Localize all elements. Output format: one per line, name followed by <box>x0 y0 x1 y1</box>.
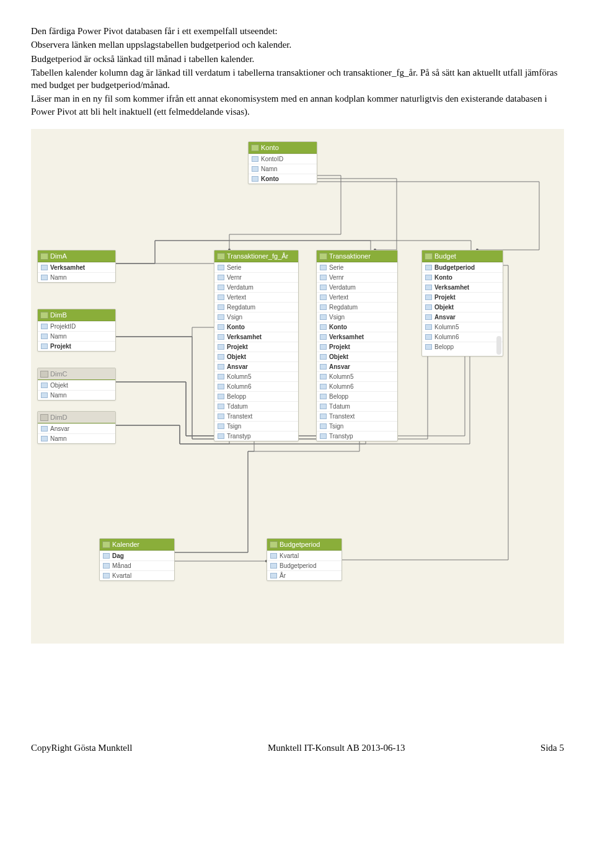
field: Namn <box>38 331 115 341</box>
field: Transtext <box>317 411 397 421</box>
para-3: Budgetperiod är också länkad till månad … <box>31 53 564 65</box>
table-dimd[interactable]: DimD Ansvar Namn <box>37 411 116 444</box>
table-header: DimB <box>38 309 115 321</box>
field: Verksamhet <box>317 332 397 342</box>
field: Transtyp <box>214 431 298 441</box>
para-1: Den färdiga Power Pivot databasen får i … <box>31 25 564 37</box>
field: Objekt <box>214 352 298 361</box>
table-dimc[interactable]: DimC Objekt Namn <box>37 368 116 401</box>
field: Namn <box>249 164 317 174</box>
para-4: Tabellen kalender kolumn dag är länkad t… <box>31 66 564 92</box>
field: Vertext <box>214 292 298 302</box>
field: Vernr <box>214 272 298 282</box>
field: Tdatum <box>214 401 298 411</box>
field: Dag <box>100 551 174 560</box>
field: Verksamhet <box>214 332 298 342</box>
table-budgetperiod[interactable]: Budgetperiod Kvartal Budgetperiod År <box>267 538 342 581</box>
table-header: DimA <box>38 250 115 262</box>
field: Kolumn6 <box>214 381 298 391</box>
field: Transtext <box>214 411 298 421</box>
para-5: Läser man in en ny fil som kommer ifrån … <box>31 92 564 118</box>
field: Verdatum <box>214 282 298 292</box>
field: Regdatum <box>214 302 298 312</box>
body-text: Den färdiga Power Pivot databasen får i … <box>31 25 564 118</box>
footer-right: Sida 5 <box>540 743 564 753</box>
field: Månad <box>100 560 174 570</box>
field: Serie <box>317 262 397 272</box>
field: Budgetperiod <box>422 262 503 272</box>
table-dima[interactable]: DimA Verksamhet Namn <box>37 250 116 283</box>
table-header: Konto <box>249 142 317 154</box>
field: Namn <box>38 272 115 282</box>
field: KontoID <box>249 154 317 164</box>
field: Konto <box>214 322 298 332</box>
field: Objekt <box>317 352 397 361</box>
field: Transtyp <box>317 431 397 441</box>
field: Kvartal <box>100 570 174 580</box>
table-transaktioner-fg-ar[interactable]: Transaktioner_fg_År Serie Vernr Verdatum… <box>214 250 299 441</box>
footer-left: CopyRight Gösta Munktell <box>31 743 132 753</box>
field: Konto <box>249 174 317 184</box>
field: Vsign <box>214 312 298 322</box>
field: Projekt <box>317 342 397 352</box>
field: Belopp <box>422 342 503 352</box>
field: Tsign <box>317 421 397 431</box>
field: Namn <box>38 390 115 400</box>
field: Budgetperiod <box>267 560 342 570</box>
scrollbar-icon[interactable] <box>496 336 501 355</box>
field: Kolumn5 <box>214 371 298 381</box>
table-header: Budgetperiod <box>267 539 342 551</box>
field: Projekt <box>38 341 115 351</box>
field: Regdatum <box>317 302 397 312</box>
table-kalender[interactable]: Kalender Dag Månad Kvartal <box>99 538 175 581</box>
table-header: Kalender <box>100 539 174 551</box>
field: Projekt <box>422 292 503 302</box>
field: Objekt <box>422 302 503 312</box>
field: Verksamhet <box>422 282 503 292</box>
field: Konto <box>317 322 397 332</box>
field: Kvartal <box>267 551 342 560</box>
field: Konto <box>422 272 503 282</box>
table-header: DimC <box>38 368 115 380</box>
table-budget[interactable]: Budget Budgetperiod Konto Verksamhet Pro… <box>421 250 503 356</box>
field: Kolumn6 <box>422 332 503 342</box>
field: Ansvar <box>317 361 397 371</box>
field: ProjektID <box>38 321 115 331</box>
field: Namn <box>38 433 115 443</box>
field: Ansvar <box>214 361 298 371</box>
para-2: Observera länken mellan uppslagstabellen… <box>31 38 564 51</box>
field: Belopp <box>317 391 397 401</box>
table-konto[interactable]: Konto KontoID Namn Konto <box>248 141 317 184</box>
field: Vernr <box>317 272 397 282</box>
field: Verdatum <box>317 282 397 292</box>
table-transaktioner[interactable]: Transaktioner Serie Vernr Verdatum Verte… <box>316 250 398 441</box>
table-header: Budget <box>422 250 503 262</box>
field: Tdatum <box>317 401 397 411</box>
table-header: Transaktioner_fg_År <box>214 250 298 262</box>
powerpivot-diagram: Konto KontoID Namn Konto DimA Verksamhet… <box>31 129 564 644</box>
table-dimb[interactable]: DimB ProjektID Namn Projekt <box>37 309 116 352</box>
field: Objekt <box>38 380 115 390</box>
field: Kolumn5 <box>422 322 503 332</box>
field: Ansvar <box>422 312 503 322</box>
field: Projekt <box>214 342 298 352</box>
field: Kolumn5 <box>317 371 397 381</box>
field: Verksamhet <box>38 262 115 272</box>
table-header: Transaktioner <box>317 250 397 262</box>
footer-center: Munktell IT-Konsult AB 2013-06-13 <box>268 743 405 753</box>
field: Vertext <box>317 292 397 302</box>
field: År <box>267 570 342 580</box>
page-footer: CopyRight Gösta Munktell Munktell IT-Kon… <box>31 743 564 753</box>
field: Serie <box>214 262 298 272</box>
field: Kolumn6 <box>317 381 397 391</box>
field: Ansvar <box>38 423 115 433</box>
field: Belopp <box>214 391 298 401</box>
field: Vsign <box>317 312 397 322</box>
field: Tsign <box>214 421 298 431</box>
table-header: DimD <box>38 412 115 423</box>
